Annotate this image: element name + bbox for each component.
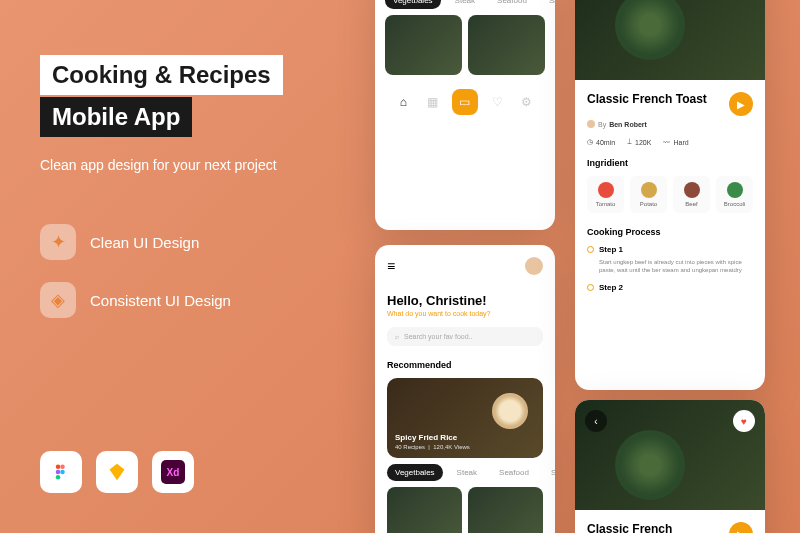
person-icon: ⟘ [627, 138, 632, 146]
chip-steak[interactable]: Steak [449, 464, 485, 481]
stat-people: ⟘120K [627, 138, 651, 146]
menu-icon[interactable]: ≡ [387, 258, 395, 274]
xd-icon: Xd [152, 451, 194, 493]
recipe-thumb[interactable] [468, 15, 545, 75]
recipe-title: Classic French Toast [587, 92, 707, 106]
ingredient-icon [641, 182, 657, 198]
svg-point-4 [56, 475, 61, 480]
scan-icon[interactable]: ▭ [452, 89, 478, 115]
svg-point-0 [56, 465, 61, 470]
favorite-button[interactable]: ♥ [733, 410, 755, 432]
screen-home: ≡ Hello, Christine! What do you want to … [375, 245, 555, 533]
ingredient-item[interactable]: Tomato [587, 176, 624, 213]
step-dot-icon [587, 246, 594, 253]
ingredient-icon [684, 182, 700, 198]
chip-vegetables[interactable]: Vegetbales [385, 0, 441, 9]
ingredient-name: Potato [632, 201, 665, 207]
promo-subtitle: Clean app design for your next project [40, 155, 340, 176]
category-chips: Vegetbales Steak Seafood Salad [387, 464, 543, 481]
avatar[interactable] [525, 257, 543, 275]
svg-point-1 [60, 465, 65, 470]
recipe-thumb[interactable] [385, 15, 462, 75]
recipe-thumb[interactable] [387, 487, 462, 533]
ingredient-name: Tomato [589, 201, 622, 207]
svg-point-3 [60, 470, 65, 475]
ingredient-item[interactable]: Broccoli [716, 176, 753, 213]
greeting: Hello, Christine! [387, 293, 543, 308]
svg-point-2 [56, 470, 61, 475]
home-icon[interactable]: ⌂ [394, 93, 412, 111]
step-item: Step 2 [587, 283, 753, 292]
ingredient-name: Beef [675, 201, 708, 207]
grid-icon[interactable]: ▦ [423, 93, 441, 111]
ingredient-icon [727, 182, 743, 198]
category-chips: Vegetbales Steak Seafood Salad [385, 0, 545, 9]
figma-icon [40, 451, 82, 493]
ingredient-item[interactable]: Beef [673, 176, 710, 213]
promo-title-line1: Cooking & Recipes [40, 55, 283, 95]
bottom-nav: ⌂ ▦ ▭ ♡ ⚙ [385, 89, 545, 115]
recipe-meta: 40 Recipes | 120,4K Views [395, 444, 535, 450]
recipe-hero-image: ‹ ♥ [575, 400, 765, 510]
chip-seafood[interactable]: Seafood [491, 464, 537, 481]
sketch-icon [96, 451, 138, 493]
recipe-thumb[interactable] [468, 487, 543, 533]
chip-seafood[interactable]: Seafood [489, 0, 535, 9]
chip-steak[interactable]: Steak [447, 0, 483, 9]
clock-icon: ◷ [587, 138, 593, 146]
author-row[interactable]: By Ben Robert [587, 120, 753, 128]
promo-title-line2: Mobile App [40, 97, 192, 137]
play-button[interactable]: ▶ [729, 92, 753, 116]
stat-time: ◷40min [587, 138, 615, 146]
search-placeholder: Search your fav food.. [404, 333, 472, 340]
chart-icon: 〰 [663, 139, 670, 146]
back-button[interactable]: ‹ [585, 410, 607, 432]
recipe-title: Spicy Fried Rice [395, 433, 535, 442]
feature-item: ✦ Clean UI Design [40, 224, 340, 260]
ingredient-icon [598, 182, 614, 198]
recipe-title: Classic French [587, 522, 672, 533]
section-recommended: Recommended [387, 360, 543, 370]
screen-recipe-detail-2: ‹ ♥ Classic French ▶ [575, 400, 765, 533]
search-icon: ⌕ [395, 333, 399, 340]
step-name: Step 2 [599, 283, 623, 292]
step-name: Step 1 [599, 245, 623, 254]
chip-vegetables[interactable]: Vegetbales [387, 464, 443, 481]
chip-salad[interactable]: Salad [543, 464, 555, 481]
ingredient-item[interactable]: Potato [630, 176, 667, 213]
greeting-sub: What do you want to cook today? [387, 310, 543, 317]
play-button[interactable]: ▶ [729, 522, 753, 533]
gear-icon[interactable]: ⚙ [518, 93, 536, 111]
recipe-card[interactable]: Spicy Fried Rice 40 Recipes | 120,4K Vie… [387, 378, 543, 458]
recipe-hero-image [575, 0, 765, 80]
search-input[interactable]: ⌕ Search your fav food.. [387, 327, 543, 346]
screen-home-bottom: 40 Recipes | 120,4K Views Vegetbales Ste… [375, 0, 555, 230]
step-description: Start ungkep beef is already cut into pi… [587, 258, 753, 275]
step-dot-icon [587, 284, 594, 291]
process-title: Cooking Process [587, 227, 753, 237]
chip-salad[interactable]: Salad [541, 0, 555, 9]
feature-label: Clean UI Design [90, 234, 199, 251]
screen-recipe-detail: Classic French Toast ▶ By Ben Robert ◷40… [575, 0, 765, 390]
author-avatar [587, 120, 595, 128]
feature-item: ◈ Consistent UI Design [40, 282, 340, 318]
heart-icon[interactable]: ♡ [489, 93, 507, 111]
tool-icons: Xd [40, 451, 194, 493]
stat-difficulty: 〰Hard [663, 138, 688, 146]
step-item: Step 1Start ungkep beef is already cut i… [587, 245, 753, 275]
sparkle-icon: ✦ [40, 224, 76, 260]
ingredient-name: Broccoli [718, 201, 751, 207]
ingredients-title: Ingridient [587, 158, 753, 168]
feature-label: Consistent UI Design [90, 292, 231, 309]
layers-icon: ◈ [40, 282, 76, 318]
